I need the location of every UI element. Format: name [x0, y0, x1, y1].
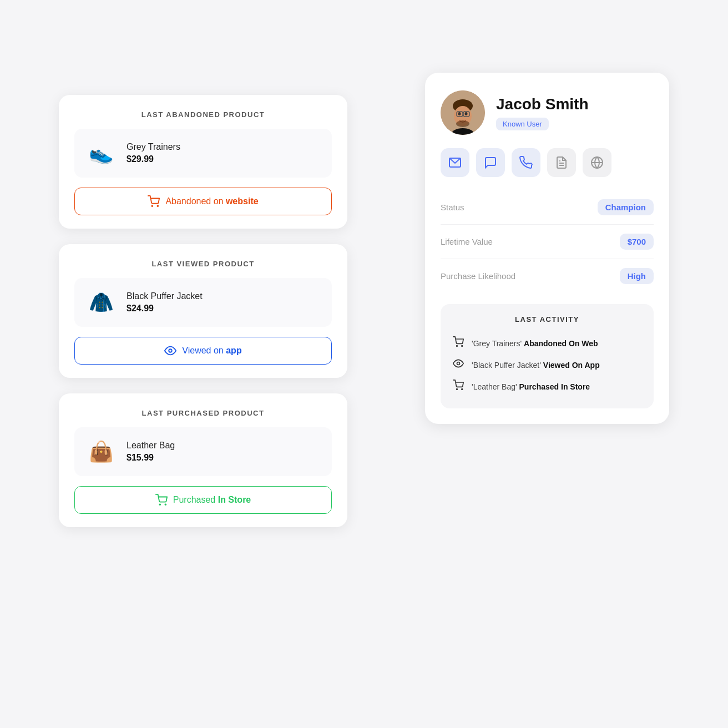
abandoned-product-info: Grey Trainers $29.99 — [127, 142, 180, 164]
likelihood-label: Purchase Likelihood — [441, 271, 515, 281]
lifetime-label: Lifetime Value — [441, 237, 493, 246]
status-row: Status Champion — [441, 190, 654, 225]
abandoned-action-button[interactable]: Abandoned on website — [74, 188, 332, 215]
info-rows: Status Champion Lifetime Value $700 Purc… — [441, 190, 654, 293]
viewed-product-name: Black Puffer Jacket — [127, 291, 203, 301]
activity-eye-icon-2 — [452, 358, 465, 372]
abandoned-product-image: 👟 — [84, 136, 118, 170]
lifetime-row: Lifetime Value $700 — [441, 225, 654, 259]
viewed-product-info: Black Puffer Jacket $24.99 — [127, 291, 203, 314]
eye-icon — [164, 345, 176, 357]
viewed-product-price: $24.99 — [127, 304, 203, 314]
profile-header: Jacob Smith Known User — [441, 90, 654, 135]
abandoned-card-title: Last Abandoned Product — [74, 110, 332, 119]
purchased-action-label: Purchased In Store — [173, 495, 251, 505]
activity-item-3: 'Leather Bag' Purchased In Store — [452, 376, 643, 397]
likelihood-row: Purchase Likelihood High — [441, 259, 654, 293]
viewed-product-row: 🧥 Black Puffer Jacket $24.99 — [74, 278, 332, 327]
activity-cart-icon-1 — [452, 336, 465, 350]
svg-point-23 — [457, 389, 458, 390]
purchased-action-button[interactable]: Purchased In Store — [74, 486, 332, 514]
profile-name: Jacob Smith — [496, 95, 588, 113]
svg-point-21 — [462, 346, 463, 347]
known-user-badge: Known User — [496, 118, 549, 130]
viewed-action-label: Viewed on app — [182, 346, 241, 356]
status-value: Champion — [598, 199, 654, 215]
abandoned-product-price: $29.99 — [127, 154, 180, 164]
chat-icon — [484, 156, 497, 169]
abandoned-product-name: Grey Trainers — [127, 142, 180, 152]
purchased-product-info: Leather Bag $15.99 — [127, 441, 175, 463]
svg-point-3 — [159, 504, 160, 505]
phone-icon — [519, 156, 533, 169]
web-icon — [590, 156, 604, 169]
viewed-product-image: 🧥 — [84, 286, 118, 319]
viewed-card-title: Last Viewed Product — [74, 260, 332, 268]
status-label: Status — [441, 203, 464, 212]
activity-text-3: 'Leather Bag' Purchased In Store — [472, 382, 590, 391]
abandoned-action-label: Abandoned on website — [165, 196, 258, 206]
main-scene: Last Abandoned Product 👟 Grey Trainers $… — [59, 73, 669, 655]
activity-text-2: 'Black Puffer Jacket' Viewed On App — [472, 361, 600, 370]
abandoned-product-row: 👟 Grey Trainers $29.99 — [74, 129, 332, 178]
purchased-card: Last Purchased Product 👜 Leather Bag $15… — [59, 393, 347, 527]
cart-purchased-icon — [155, 494, 168, 506]
notes-icon — [555, 156, 568, 169]
purchased-product-price: $15.99 — [127, 453, 175, 463]
svg-point-24 — [462, 389, 463, 390]
likelihood-value: High — [620, 268, 654, 284]
purchased-product-image: 👜 — [84, 435, 118, 468]
contact-icons-row — [441, 148, 654, 177]
activity-cart-icon-3 — [452, 380, 465, 393]
viewed-action-button[interactable]: Viewed on app — [74, 337, 332, 365]
activity-item-1: 'Grey Trainers' Abandoned On Web — [452, 332, 643, 354]
cart-icon — [148, 195, 160, 208]
left-column: Last Abandoned Product 👟 Grey Trainers $… — [59, 95, 347, 527]
svg-point-20 — [457, 346, 458, 347]
email-icon — [448, 156, 462, 169]
svg-point-0 — [152, 205, 153, 206]
email-icon-button[interactable] — [441, 148, 469, 177]
svg-point-4 — [165, 504, 166, 505]
svg-point-22 — [457, 362, 460, 365]
svg-point-9 — [465, 112, 468, 115]
web-icon-button[interactable] — [583, 148, 611, 177]
profile-panel: Jacob Smith Known User — [425, 73, 669, 424]
svg-point-13 — [456, 120, 469, 127]
last-activity-section: Last Activity 'Grey Trainers' Abandoned … — [441, 304, 654, 408]
purchased-card-title: Last Purchased Product — [74, 409, 332, 417]
viewed-card: Last Viewed Product 🧥 Black Puffer Jacke… — [59, 244, 347, 378]
svg-point-2 — [169, 349, 173, 352]
profile-info: Jacob Smith Known User — [496, 95, 588, 130]
activity-title: Last Activity — [452, 315, 643, 323]
lifetime-value: $700 — [620, 234, 654, 250]
svg-point-1 — [158, 205, 159, 206]
svg-point-8 — [458, 112, 461, 115]
notes-icon-button[interactable] — [547, 148, 576, 177]
purchased-product-row: 👜 Leather Bag $15.99 — [74, 427, 332, 476]
activity-text-1: 'Grey Trainers' Abandoned On Web — [472, 339, 598, 348]
activity-item-2: 'Black Puffer Jacket' Viewed On App — [452, 354, 643, 376]
purchased-product-name: Leather Bag — [127, 441, 175, 451]
avatar — [441, 90, 485, 135]
abandoned-card: Last Abandoned Product 👟 Grey Trainers $… — [59, 95, 347, 229]
chat-icon-button[interactable] — [476, 148, 505, 177]
phone-icon-button[interactable] — [512, 148, 540, 177]
